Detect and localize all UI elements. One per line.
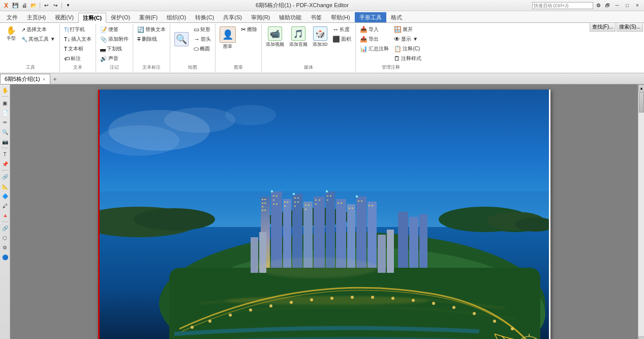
add-video-label: 添加视频 [266,41,284,48]
svg-point-91 [511,327,514,330]
summarize-icon: 📊 [360,45,367,52]
summarize-button[interactable]: 📊 汇总注释 [358,44,391,53]
lt-page-icon[interactable]: 📄 [1,108,10,117]
tab-file[interactable]: 文件 [2,12,22,22]
group-draw: 🔍 ▭ 矩形 → 箭头 [170,24,216,72]
lt-pin-icon[interactable]: 📌 [1,159,10,168]
rect-button[interactable]: ▭ 矩形 [192,25,213,34]
underline-button[interactable]: ▬ 下划线 [98,44,131,53]
insert-text-icon: T↓ [64,36,70,42]
save-quick-icon[interactable]: 💾 [11,2,19,10]
lt-zoom-icon[interactable]: 🔍 [1,127,10,136]
doc-tab-main[interactable]: 6期5栋介绍(1) × [0,74,50,84]
tab-protect[interactable]: 保护(O) [106,12,135,22]
import-button[interactable]: 📥 导入 [358,25,391,34]
lt-settings-icon[interactable]: ⚙ [1,243,10,252]
add-video-button[interactable]: 📹 添加视频 [264,25,286,49]
sticky-note-icon: 📝 [100,26,107,33]
settings-icon[interactable]: ⚙ [594,2,602,10]
open-quick-icon[interactable]: 📂 [29,2,38,10]
lt-connect-icon[interactable]: 🔗 [1,223,10,233]
maximize-button[interactable]: □ [623,2,632,10]
lt-highlight-icon[interactable]: 🖍 [1,201,10,210]
ellipse-button[interactable]: ⬭ 椭圆 [192,44,213,53]
tab-format[interactable]: 格式 [386,12,407,22]
lt-snap-icon[interactable]: 📷 [1,137,10,146]
tab-view[interactable]: 视图(V) [50,12,78,22]
replace-text-button[interactable]: 🔄 替换文本 [135,25,168,34]
app-icon[interactable]: X [2,2,10,10]
redo-icon[interactable]: ↪ [51,2,59,10]
tab-combine[interactable]: 组织(O) [162,12,191,22]
search-draw-button[interactable]: 🔍 [172,25,191,53]
quick-launch-input[interactable] [532,2,593,9]
add-attachment-icon: 📎 [100,36,107,43]
scrollbar-thumb[interactable] [639,92,644,112]
lt-text-icon[interactable]: T [1,150,10,159]
search-button[interactable]: 搜索(S)... [617,22,643,32]
add-attachment-button[interactable]: 📎 添加附件 [98,35,131,44]
tab-share[interactable]: 共享(S) [219,12,247,22]
tab-home[interactable]: 主页(H) [22,12,50,22]
hand-tool-button[interactable]: ✋ 手型 [4,25,18,43]
lt-polygon-icon[interactable]: ⬡ [1,233,10,242]
area-button[interactable]: ⬛ 面积 [330,35,353,44]
lt-select-icon[interactable]: ▣ [1,98,10,107]
scroll-up-button[interactable]: ▲ [638,84,644,92]
rect-icon: ▭ [194,26,199,33]
arrow-button[interactable]: → 箭头 [192,35,213,44]
tab-tools[interactable]: 辅助功能 [274,12,306,22]
stamp-button[interactable]: 👤 图章 [218,25,238,51]
lt-shape-icon[interactable]: 🔷 [1,191,10,201]
lt-link-icon[interactable]: 🔗 [1,172,10,181]
tab-close-button[interactable]: × [42,77,46,82]
expand-button[interactable]: 🪟 展开 [392,25,423,34]
restore-icon[interactable]: 🗗 [603,2,611,10]
lt-measure-icon[interactable]: 📐 [1,182,10,191]
tab-case[interactable]: 案例(F) [135,12,162,22]
close-button[interactable]: × [633,2,642,10]
print-quick-icon[interactable]: 🖨 [20,2,28,10]
svg-rect-53 [294,206,296,207]
lt-hand-icon[interactable]: ✋ [1,86,10,95]
erase-button[interactable]: ✂ 擦除 [239,25,259,34]
length-button[interactable]: ↔ 长度 [330,25,353,34]
export-button[interactable]: 📤 导出 [358,35,391,44]
tab-review[interactable]: 审阅(R) [247,12,274,22]
show-button[interactable]: 👁 显示 ▼ [392,35,423,44]
tab-convert[interactable]: 转换(C) [191,12,219,22]
insert-text-button[interactable]: T↓ 插入文本 [62,35,94,44]
typewriter-icon: T| [64,26,69,33]
sound-button[interactable]: 🔊 声音 [98,54,131,63]
lt-pen-icon[interactable]: ✏ [1,118,10,127]
svg-point-90 [493,320,496,323]
typewriter-button[interactable]: T| 打字机 [62,25,94,34]
lt-stamp-icon[interactable]: 🔺 [1,211,10,220]
find-button[interactable]: 查找(F)... [590,22,616,32]
tab-handtool[interactable]: 手形工具 [355,12,386,22]
minimize-button[interactable]: ─ [612,2,622,10]
select-text-button[interactable]: ↗ 选择文本 [19,25,57,34]
lt-circle-icon[interactable]: 🔵 [1,252,10,262]
annot-c-button[interactable]: 📋 注释(C) [392,44,423,53]
textbox-icon: T [64,46,68,52]
annot-style-button[interactable]: 🗒 注释样式 [392,54,423,63]
group-text-label: 文本 [73,64,82,71]
scroll-down-button[interactable]: ▼ [638,336,644,339]
sticky-note-button[interactable]: 📝 便签 [98,25,131,34]
add-3d-button[interactable]: 🎲 添加3D [311,25,330,49]
textbox-button[interactable]: T 文本框 [62,44,94,53]
add-audio-button[interactable]: 🎵 添加音频 [287,25,310,49]
callout-button[interactable]: 🏷 标注 [62,54,94,63]
tab-help[interactable]: 帮助(H) [326,12,354,22]
ribbon: 文件 主页(H) 视图(V) 注释(C) 保护(O) 案例(F) 组织(O) 转… [0,11,644,73]
delete-line-button[interactable]: T 删除线 [135,35,168,44]
undo-icon[interactable]: ↩ [42,2,50,10]
tab-add-button[interactable]: + [50,75,59,84]
other-tools-button[interactable]: 🔧 其他工具 ▼ [19,35,57,44]
tab-annotation[interactable]: 注释(C) [78,13,106,23]
dropdown-icon[interactable]: ▼ [64,2,72,10]
other-tools-icon: 🔧 [21,37,27,42]
tab-bookmark[interactable]: 书签 [306,12,326,22]
svg-rect-55 [308,205,310,206]
